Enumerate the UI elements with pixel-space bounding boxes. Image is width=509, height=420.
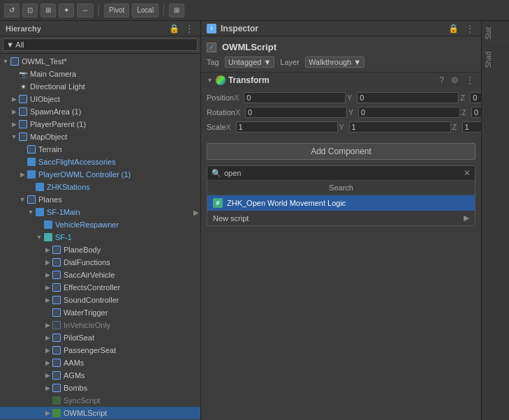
icon-vehicle-respawner — [43, 220, 53, 230]
icon-sound-controller — [52, 295, 61, 305]
component-search-input[interactable] — [224, 169, 461, 177]
component-search-panel: 🔍 ✕ Search # ZHK_Open World Movement Log… — [207, 165, 475, 226]
sep1 — [98, 4, 99, 17]
scale-z-input[interactable] — [462, 121, 481, 133]
label-sacc-flight: SaccFlightAccessories — [38, 158, 116, 166]
tree-item-water-trigger[interactable]: WaterTrigger — [0, 306, 200, 319]
transform-btn[interactable]: ✦ — [59, 3, 74, 17]
tree-item-sacc-air[interactable]: ▶ SaccAirVehicle — [0, 269, 200, 281]
label-plane-body: PlaneBody — [64, 246, 101, 254]
tree-item-agms[interactable]: ▶ AGMs — [0, 369, 200, 382]
layer-dropdown-arrow: ▼ — [353, 58, 361, 66]
transform-component: ▼ Transform ? ⚙ ⋮ Position — [201, 72, 481, 137]
tag-dropdown[interactable]: Untagged ▼ — [225, 57, 275, 68]
tree-item-sacc-flight[interactable]: SaccFlightAccessories — [0, 156, 200, 168]
tree-item-map-object[interactable]: ▼ MapObject — [0, 130, 200, 143]
label-passenger-seat: PassengerSeat — [64, 346, 116, 354]
tree-item-uiobject[interactable]: ▶ UIObject — [0, 93, 200, 105]
inspector-lock-btn[interactable]: 🔒 — [447, 24, 460, 33]
icon-terrain — [27, 144, 36, 154]
rotate-btn[interactable]: ↺ — [4, 3, 20, 17]
tree-item-owml-test[interactable]: ▼ OWML_Test* — [0, 55, 200, 68]
tree-item-zhk-stations[interactable]: ZHKStations — [0, 181, 200, 193]
tree-item-plane-body[interactable]: ▶ PlaneBody — [0, 243, 200, 256]
arrow-player-parent: ▶ — [10, 121, 18, 128]
sf1main-more-btn[interactable]: ▶ — [193, 209, 199, 216]
right-tab-shad[interactable]: Shad — [482, 45, 509, 73]
position-y-input[interactable] — [357, 92, 459, 103]
tree-item-sf1[interactable]: ▼ SF-1 — [0, 231, 200, 243]
rotation-z-field: Z — [462, 107, 481, 118]
transform-component-header[interactable]: ▼ Transform ? ⚙ ⋮ — [201, 73, 481, 88]
tree-item-directional-light[interactable]: ☀ Directional Light — [0, 80, 200, 93]
tree-item-sf1main[interactable]: ▼ SF-1Main ▶ — [0, 206, 200, 218]
hierarchy-search-input[interactable] — [3, 38, 198, 51]
tree-item-player-parent[interactable]: ▶ PlayerParent (1) — [0, 118, 200, 130]
tree-item-vehicle-respawner[interactable]: VehicleRespawner — [0, 218, 200, 231]
icon-pilot-seat — [52, 333, 61, 343]
scale-y-input[interactable] — [349, 121, 451, 133]
tree-item-spawn-area[interactable]: ▶ SpawnArea (1) — [0, 105, 200, 118]
tree-item-planes[interactable]: ▼ Planes — [0, 193, 200, 206]
tree-item-main-camera[interactable]: 📷 Main Camera — [0, 68, 200, 80]
tree-item-sound-controller[interactable]: ▶ SoundController — [0, 294, 200, 306]
pivot-btn[interactable]: Pivot — [104, 3, 129, 17]
transform-settings-btn[interactable]: ⚙ — [450, 75, 460, 85]
hierarchy-lock-btn[interactable]: 🔒 — [168, 24, 181, 33]
transform-help-btn[interactable]: ? — [438, 75, 445, 85]
tree-item-passenger-seat[interactable]: ▶ PassengerSeat — [0, 344, 200, 357]
tree-item-terrain[interactable]: Terrain — [0, 143, 200, 156]
right-tab-stat[interactable]: Stat — [482, 21, 509, 45]
scale-btn[interactable]: ⊞ — [40, 3, 56, 17]
position-x-axis: X — [234, 93, 242, 102]
tree-item-pilot-seat[interactable]: ▶ PilotSeat — [0, 331, 200, 344]
inspector-menu-btn[interactable]: ⋮ — [464, 24, 475, 33]
tree-item-owml-script[interactable]: ▶ OWMLScript — [0, 407, 200, 419]
tree-item-dial-functions[interactable]: ▶ DialFunctions — [0, 256, 200, 269]
scale-x-input[interactable] — [236, 121, 338, 133]
new-script-arrow: ▶ — [464, 213, 469, 223]
search-result-zhk[interactable]: # ZHK_Open World Movement Logic — [207, 195, 475, 211]
rotation-x-input[interactable] — [245, 107, 347, 118]
rotation-row: Rotation X Y Z — [207, 105, 475, 119]
rotation-y-input[interactable] — [358, 107, 460, 118]
icon-sf1main — [35, 207, 45, 217]
rotation-z-axis: Z — [462, 108, 470, 117]
icon-sacc-air — [52, 270, 61, 280]
position-z-input[interactable] — [470, 92, 481, 103]
tree-item-player-owml[interactable]: ▶ PlayerOWML Controller (1) — [0, 168, 200, 181]
hierarchy-menu-btn[interactable]: ⋮ — [184, 24, 195, 33]
label-vehicle-respawner: VehicleRespawner — [55, 220, 119, 229]
scale-label: Scale — [207, 123, 226, 131]
obj-enable-checkbox[interactable]: ✓ — [207, 43, 216, 52]
result-label-zhk: ZHK_Open World Movement Logic — [227, 199, 346, 207]
layer-dropdown[interactable]: Walkthrough ▼ — [305, 57, 364, 68]
tree-item-aams[interactable]: ▶ AAMs — [0, 357, 200, 369]
tree-item-sync-script[interactable]: SyncScript — [0, 394, 200, 407]
label-terrain: Terrain — [38, 145, 62, 153]
layer-label: Layer — [280, 58, 300, 66]
arrow-owml-script: ▶ — [43, 410, 52, 417]
tag-label: Tag — [207, 58, 219, 66]
add-component-button[interactable]: Add Component — [207, 143, 475, 160]
new-script-row[interactable]: New script ▶ — [207, 211, 475, 225]
label-directional-light: Directional Light — [30, 82, 85, 91]
grid-btn[interactable]: ⊞ — [169, 3, 184, 17]
rect-btn[interactable]: ⊡ — [22, 3, 38, 17]
arrow-agms: ▶ — [43, 372, 52, 379]
search-clear-btn[interactable]: ✕ — [464, 168, 471, 178]
transform-menu-btn[interactable]: ⋮ — [464, 75, 475, 85]
position-x-input[interactable] — [244, 92, 346, 103]
tree-item-in-vehicle-only[interactable]: ▶ InVehicleOnly — [0, 319, 200, 331]
arrow-pilot-seat: ▶ — [43, 334, 52, 341]
arrow-planes: ▼ — [18, 196, 27, 203]
arrow-spawn-area: ▶ — [10, 108, 18, 115]
add-component-area: Add Component — [201, 137, 481, 165]
label-sync-script: SyncScript — [64, 396, 101, 405]
arrow-sf1main: ▼ — [27, 209, 35, 216]
custom-btn[interactable]: ↔ — [77, 3, 94, 17]
tree-item-effects-controller[interactable]: ▶ EffectsController — [0, 281, 200, 294]
local-btn[interactable]: Local — [132, 3, 158, 17]
rotation-z-input[interactable] — [471, 107, 481, 118]
tree-item-bombs[interactable]: ▶ Bombs — [0, 382, 200, 394]
